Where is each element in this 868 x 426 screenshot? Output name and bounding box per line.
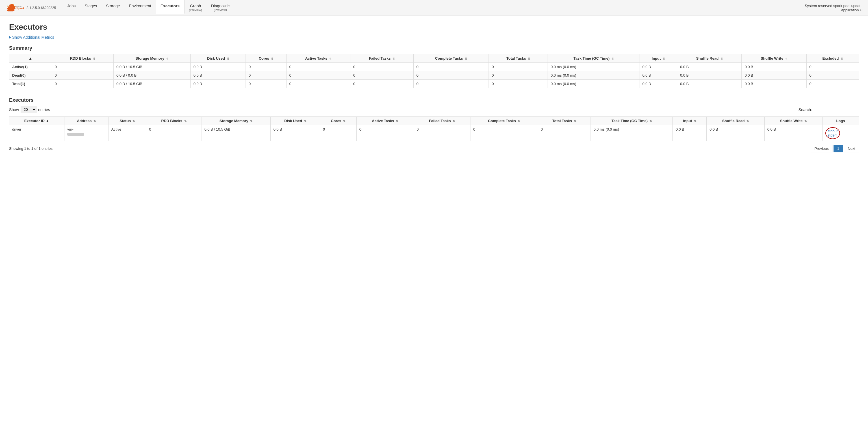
summary-row-shufflewrite: 0.0 B [742,71,806,80]
pagination-area: Showing 1 to 1 of 1 entries Previous 1 N… [9,145,859,152]
summary-col-cores[interactable]: Cores ⇅ [246,54,286,63]
nav-environment[interactable]: Environment [124,0,156,13]
exec-row-active: 0 [356,125,414,141]
exec-col-complete[interactable]: Complete Tasks ⇅ [470,117,538,125]
nav-storage[interactable]: Storage [101,0,124,13]
summary-col-failed[interactable]: Failed Tasks ⇅ [350,54,414,63]
stderr-link[interactable]: stderr [828,133,837,138]
search-input[interactable] [814,106,859,113]
summary-row-excluded: 0 [806,63,859,71]
page-1-button[interactable]: 1 [834,145,843,152]
svg-text:Spark: Spark [17,6,24,10]
exec-col-rdd[interactable]: RDD Blocks ⇅ [146,117,202,125]
summary-row-shuffleread: 0.0 B [677,80,742,88]
summary-col-disk[interactable]: Disk Used ⇅ [190,54,246,63]
executor-row: driver vm- Active 0 0.0 B / 10.5 GiB 0.0… [9,125,859,141]
expand-icon [9,36,11,39]
table-controls: Show 20 50 100 entries Search: [9,106,859,113]
exec-col-shufflewrite[interactable]: Shuffle Write ⇅ [764,117,822,125]
nav-graph-sub: (Preview) [189,8,202,12]
prev-button[interactable]: Previous [811,145,832,152]
summary-row-complete: 0 [413,71,489,80]
exec-col-total[interactable]: Total Tasks ⇅ [538,117,591,125]
exec-col-logs: Logs [823,117,859,125]
summary-col-rdd[interactable]: RDD Blocks ⇅ [52,54,113,63]
exec-col-input[interactable]: Input ⇅ [673,117,707,125]
exec-row-total: 0 [538,125,591,141]
exec-col-tasktime[interactable]: Task Time (GC Time) ⇅ [591,117,673,125]
summary-col-shuffleread[interactable]: Shuffle Read ⇅ [677,54,742,63]
next-button[interactable]: Next [844,145,859,152]
exec-col-address[interactable]: Address ⇅ [64,117,108,125]
summary-heading: Summary [9,45,859,51]
summary-row-label: Active(1) [9,63,52,71]
summary-row-failed: 0 [350,63,414,71]
exec-row-logs: stdout stderr [823,125,859,141]
summary-row-disk: 0.0 B [190,63,246,71]
exec-col-shuffleread[interactable]: Shuffle Read ⇅ [707,117,765,125]
show-entries: Show 20 50 100 entries [9,106,50,113]
summary-row-input: 0.0 B [640,71,677,80]
summary-row-disk: 0.0 B [190,80,246,88]
exec-row-disk: 0.0 B [270,125,320,141]
nav-diagnostic[interactable]: Diagnostic(Preview) [207,0,234,17]
pagination-buttons: Previous 1 Next [811,145,859,152]
spark-version: 3.1.2.5.0-66290225 [27,6,56,10]
svg-point-3 [14,6,15,6]
exec-col-cores[interactable]: Cores ⇅ [320,117,356,125]
summary-row-tasktime: 0.0 ms (0.0 ms) [548,71,640,80]
summary-row: Dead(0) 0 0.0 B / 0.0 B 0.0 B 0 0 0 0 0 … [9,71,859,80]
navbar: Apache Spark 3.1.2.5.0-66290225 Jobs Sta… [0,0,868,16]
exec-row-id: driver [9,125,64,141]
summary-row-rdd: 0 [52,63,113,71]
exec-row-shuffleread: 0.0 B [707,125,765,141]
summary-row-shuffleread: 0.0 B [677,71,742,80]
nav-jobs[interactable]: Jobs [63,0,80,13]
summary-col-shufflewrite[interactable]: Shuffle Write ⇅ [742,54,806,63]
nav-executors[interactable]: Executors [156,0,185,14]
exec-col-status[interactable]: Status ⇅ [108,117,146,125]
summary-row-complete: 0 [413,80,489,88]
summary-row-failed: 0 [350,80,414,88]
summary-col-excluded[interactable]: Excluded ⇅ [806,54,859,63]
summary-table: ▲ RDD Blocks ⇅ Storage Memory ⇅ Disk Use… [9,54,859,88]
logs-highlight: stdout stderr [825,127,840,139]
exec-col-storage[interactable]: Storage Memory ⇅ [202,117,270,125]
nav-stages[interactable]: Stages [80,0,102,13]
summary-row-rdd: 0 [52,80,113,88]
summary-row-tasktime: 0.0 ms (0.0 ms) [548,80,640,88]
summary-col-sort[interactable]: ▲ [9,54,52,63]
svg-point-2 [13,4,13,5]
summary-col-storage[interactable]: Storage Memory ⇅ [113,54,190,63]
nav-graph[interactable]: Graph(Preview) [185,0,207,17]
summary-row-active: 0 [286,71,350,80]
svg-point-0 [7,5,8,6]
summary-row-shufflewrite: 0.0 B [742,80,806,88]
show-additional-metrics-link[interactable]: Show Additional Metrics [9,35,54,39]
summary-row-storage: 0.0 B / 0.0 B [113,71,190,80]
summary-row-active: 0 [286,80,350,88]
exec-row-input: 0.0 B [673,125,707,141]
summary-row: Total(1) 0 0.0 B / 10.5 GiB 0.0 B 0 0 0 … [9,80,859,88]
exec-col-id[interactable]: Executor ID ▲ [9,117,64,125]
summary-col-total[interactable]: Total Tasks ⇅ [489,54,548,63]
exec-row-address: vm- [64,125,108,141]
summary-col-tasktime[interactable]: Task Time (GC Time) ⇅ [548,54,640,63]
summary-row-rdd: 0 [52,71,113,80]
summary-row: Active(1) 0 0.0 B / 10.5 GiB 0.0 B 0 0 0… [9,63,859,71]
summary-col-active[interactable]: Active Tasks ⇅ [286,54,350,63]
exec-col-failed[interactable]: Failed Tasks ⇅ [414,117,470,125]
summary-row-shuffleread: 0.0 B [677,63,742,71]
exec-row-storage: 0.0 B / 10.5 GiB [202,125,270,141]
summary-col-input[interactable]: Input ⇅ [640,54,677,63]
summary-row-total: 0 [489,80,548,88]
exec-col-active[interactable]: Active Tasks ⇅ [356,117,414,125]
exec-row-tasktime: 0.0 ms (0.0 ms) [591,125,673,141]
summary-col-complete[interactable]: Complete Tasks ⇅ [413,54,489,63]
exec-col-disk[interactable]: Disk Used ⇅ [270,117,320,125]
summary-row-total: 0 [489,63,548,71]
entries-select[interactable]: 20 50 100 [21,106,36,113]
show-metrics-label: Show Additional Metrics [12,35,54,39]
stdout-link[interactable]: stdout [828,129,837,133]
summary-row-failed: 0 [350,71,414,80]
